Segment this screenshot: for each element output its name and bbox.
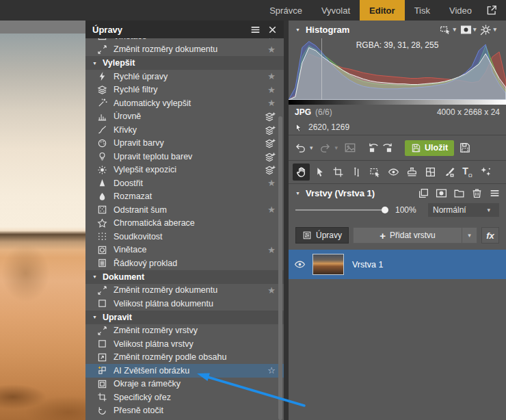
layer-mask-icon[interactable]: [436, 187, 447, 199]
slider-knob[interactable]: [382, 207, 388, 213]
chevron-down-icon[interactable]: ▾: [473, 26, 477, 33]
add-adjustment-layer-icon[interactable]: [265, 111, 276, 122]
edits-item-p-esn-oto-it[interactable]: Přesně otočit: [85, 404, 284, 418]
edits-item-label: AI Zvětšení obrázku: [114, 366, 265, 376]
tool-move[interactable]: [311, 163, 328, 181]
mask-overlay-icon[interactable]: [460, 24, 472, 36]
edits-item-zm-nit-rozm-ry-vrstvy[interactable]: Změnit rozměry vrstvy: [85, 324, 284, 338]
tool-deform-selection[interactable]: [367, 163, 384, 181]
collapse-icon[interactable]: ▼: [295, 27, 300, 32]
favorite-star-icon[interactable]: ★: [265, 205, 276, 214]
tab-správce[interactable]: Správce: [260, 0, 312, 21]
tool-mesh-warp[interactable]: [422, 163, 439, 181]
favorite-star-outline-icon[interactable]: ☆: [265, 366, 276, 375]
tab-editor[interactable]: Editor: [360, 0, 405, 21]
tool-clone-stamp[interactable]: [403, 163, 421, 181]
edits-item-ai-zv-t-en-obr-zku[interactable]: AI Zvětšení obrázku☆: [85, 364, 284, 378]
layer-row[interactable]: Vrstva 1: [289, 250, 506, 279]
edits-item-zm-nit-rozm-ry-podle-obsahu[interactable]: Změnit rozměry podle obsahu: [85, 351, 284, 365]
edits-item-soudkovitost[interactable]: Soudkovitost: [85, 230, 284, 244]
edits-item-vylep-it-expozici[interactable]: Vylepšit expozici: [85, 163, 284, 177]
close-icon[interactable]: [267, 24, 278, 36]
section-header-dokument[interactable]: ▼Dokument: [85, 270, 284, 284]
add-layer-dropdown[interactable]: ▾: [462, 228, 477, 243]
delete-layer-icon[interactable]: [471, 187, 483, 199]
tool-text[interactable]: TΩ: [459, 163, 476, 181]
add-layer-button[interactable]: + Přidat vrstvu ▾: [353, 227, 477, 244]
favorite-star-icon[interactable]: ★: [265, 72, 276, 81]
tool-retouch-brush[interactable]: [440, 163, 457, 181]
edits-item-zm-nit-rozm-ry-dokumentu[interactable]: Změnit rozměry dokumentu★: [85, 43, 284, 57]
edits-item-okraje-a-r-me-ky[interactable]: Okraje a rámečky: [85, 378, 284, 391]
blend-mode-dropdown[interactable]: Normální ▾: [428, 203, 499, 217]
external-window-button[interactable]: [481, 0, 506, 21]
tab-vyvolat[interactable]: Vyvolat: [312, 0, 360, 21]
add-adjustment-layer-icon[interactable]: [265, 164, 276, 175]
edits-item-chromatick-aberace[interactable]: Chromatická aberace: [85, 217, 284, 231]
edits-item--rovn-[interactable]: Úrovně: [85, 110, 284, 124]
collapse-icon[interactable]: ▼: [92, 315, 97, 319]
section-header-vylepšit[interactable]: ▼Vylepšit: [85, 56, 284, 70]
edits-item-k-ivky[interactable]: Křivky: [85, 123, 284, 137]
favorite-star-icon[interactable]: ★: [265, 246, 276, 254]
favorite-star-icon[interactable]: ★: [265, 38, 276, 40]
tool-effects[interactable]: [477, 163, 494, 181]
chevron-down-icon[interactable]: ▾: [310, 144, 313, 151]
collapse-icon[interactable]: ▼: [92, 61, 97, 66]
tab-video[interactable]: Video: [440, 0, 481, 21]
edits-item-doost-it[interactable]: Doostřit★: [85, 176, 284, 190]
add-adjustment-layer-icon[interactable]: [265, 137, 276, 148]
gear-icon[interactable]: [480, 24, 492, 36]
edits-item-label: Doostřit: [114, 179, 265, 188]
tool-red-eye[interactable]: [385, 163, 402, 181]
collapse-icon[interactable]: ▼: [295, 191, 300, 196]
collapse-icon[interactable]: ▼: [92, 274, 97, 279]
edits-item--dkov-proklad[interactable]: Řádkový proklad: [85, 257, 284, 270]
edits-item-upravit-barvy[interactable]: Upravit barvy: [85, 137, 284, 150]
edits-item-label: Vinetace: [114, 38, 265, 41]
layer-group-icon[interactable]: [453, 187, 465, 199]
duplicate-layer-icon[interactable]: [418, 187, 429, 199]
favorite-star-icon[interactable]: ★: [265, 86, 276, 94]
undo-icon[interactable]: [294, 142, 306, 154]
edits-item-velikost-pl-tna-dokumentu[interactable]: Velikost plátna dokumentu: [85, 297, 284, 311]
edits-item-upravit-teplotu-barev[interactable]: Upravit teplotu barev: [85, 150, 284, 163]
rotate-right-icon[interactable]: [382, 142, 394, 154]
chevron-down-icon[interactable]: ▾: [453, 26, 456, 33]
photo-canvas[interactable]: [0, 34, 85, 420]
rotate-left-icon[interactable]: [367, 142, 380, 154]
edits-item-velikost-pl-tna-vrstvy[interactable]: Velikost plátna vrstvy: [85, 337, 284, 351]
menu-icon[interactable]: [250, 24, 261, 36]
favorite-star-icon[interactable]: ★: [265, 179, 276, 187]
edits-scrollbar[interactable]: [278, 116, 282, 420]
save-as-button[interactable]: [456, 140, 474, 156]
selection-tool-icon[interactable]: [440, 24, 451, 36]
tool-crop[interactable]: [330, 163, 347, 181]
edits-item-rozmazat[interactable]: Rozmazat: [85, 190, 284, 204]
add-adjustment-layer-icon[interactable]: [265, 124, 276, 135]
tab-tisk[interactable]: Tisk: [405, 0, 440, 21]
edits-item-label: Okraje a rámečky: [114, 379, 276, 389]
tool-hand[interactable]: [293, 163, 310, 181]
layer-thumbnail[interactable]: [312, 254, 344, 275]
eye-icon[interactable]: [294, 259, 306, 270]
edits-item-specifick-o-ez[interactable]: Specifický ořez: [85, 391, 284, 404]
adjustments-button[interactable]: Úpravy: [295, 227, 349, 244]
fx-button[interactable]: fx: [481, 227, 499, 244]
favorite-star-icon[interactable]: ★: [265, 45, 276, 54]
add-adjustment-layer-icon[interactable]: [265, 151, 276, 162]
edits-item-zm-nit-rozm-ry-dokumentu[interactable]: Změnit rozměry dokumentu★: [85, 284, 284, 298]
edits-item-odstranit-um[interactable]: Odstranit šum★: [85, 203, 284, 217]
opacity-slider[interactable]: [295, 205, 388, 215]
edits-item-rychl-filtry[interactable]: Rychlé filtry★: [85, 83, 284, 97]
favorite-star-icon[interactable]: ★: [265, 286, 276, 295]
chevron-down-icon[interactable]: ▾: [493, 26, 496, 33]
edits-item-rychl-pravy[interactable]: Rychlé úpravy★: [85, 70, 284, 83]
menu-icon[interactable]: [489, 187, 501, 199]
edits-item-automaticky-vylep-it[interactable]: Automaticky vylepšit★: [85, 96, 284, 110]
tool-straighten[interactable]: [348, 163, 365, 181]
save-button[interactable]: Uložit: [405, 140, 454, 156]
section-header-upravit[interactable]: ▼Upravit: [85, 311, 284, 324]
edits-item-vin-tace[interactable]: Vinětace★: [85, 244, 284, 257]
favorite-star-icon[interactable]: ★: [265, 99, 276, 107]
